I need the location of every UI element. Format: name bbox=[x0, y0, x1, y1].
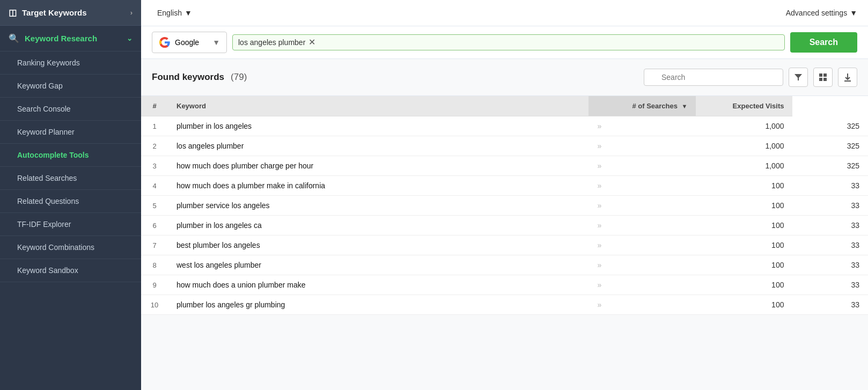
keywords-header-actions: 🔍 bbox=[644, 68, 857, 87]
row-arrows[interactable]: » bbox=[589, 196, 696, 216]
row-keyword: best plumber los angeles bbox=[168, 236, 589, 255]
table-row: 10 plumber los angeles gr plumbing » 100… bbox=[141, 295, 868, 315]
row-num: 5 bbox=[141, 196, 168, 216]
keywords-table: # Keyword # of Searches ▼ Expected Visit… bbox=[141, 96, 868, 315]
row-keyword: plumber in los angeles ca bbox=[168, 216, 589, 236]
table-row: 8 west los angeles plumber » 100 33 bbox=[141, 255, 868, 275]
sidebar-item-related-questions[interactable]: Related Questions bbox=[0, 190, 141, 213]
filter-search-input[interactable] bbox=[644, 69, 783, 86]
sidebar-item-search-console[interactable]: Search Console bbox=[0, 98, 141, 121]
chevron-down-icon: ⌄ bbox=[127, 34, 133, 42]
sidebar-item-keyword-planner[interactable]: Keyword Planner bbox=[0, 121, 141, 144]
col-visits: Expected Visits bbox=[696, 96, 792, 116]
sidebar-item-target-keywords[interactable]: ◫ Target Keywords › bbox=[0, 0, 141, 26]
sidebar-item-autocomplete-tools[interactable]: Autocomplete Tools bbox=[0, 144, 141, 167]
row-num: 9 bbox=[141, 275, 168, 295]
table-body: 1 plumber in los angeles » 1,000 325 2 l… bbox=[141, 116, 868, 315]
col-searches[interactable]: # of Searches ▼ bbox=[589, 96, 696, 116]
target-keywords-icon: ◫ bbox=[9, 8, 17, 18]
engine-label: Google bbox=[175, 38, 199, 47]
row-arrows[interactable]: » bbox=[589, 176, 696, 196]
row-num: 2 bbox=[141, 136, 168, 156]
engine-selector[interactable]: Google ▼ bbox=[152, 32, 227, 53]
content-area: Found keywords (79) 🔍 bbox=[141, 59, 868, 390]
row-searches: 100 bbox=[696, 275, 792, 295]
row-searches: 100 bbox=[696, 255, 792, 275]
row-num: 6 bbox=[141, 216, 168, 236]
row-visits: 33 bbox=[792, 236, 868, 255]
svg-marker-0 bbox=[795, 74, 802, 80]
row-arrows[interactable]: » bbox=[589, 216, 696, 236]
row-visits: 33 bbox=[792, 255, 868, 275]
filter-search-wrapper: 🔍 bbox=[644, 69, 783, 86]
row-keyword: plumber service los angeles bbox=[168, 196, 589, 216]
found-keywords-title: Found keywords bbox=[152, 72, 224, 83]
keywords-header: Found keywords (79) 🔍 bbox=[141, 59, 868, 96]
filter-icon-button[interactable] bbox=[789, 68, 808, 87]
row-searches: 100 bbox=[696, 176, 792, 196]
sidebar-item-keyword-research[interactable]: 🔍 Keyword Research ⌄ bbox=[0, 26, 141, 51]
found-keywords-count: (79) bbox=[231, 72, 247, 83]
row-keyword: west los angeles plumber bbox=[168, 255, 589, 275]
svg-rect-3 bbox=[819, 78, 822, 81]
grid-view-button[interactable] bbox=[813, 68, 833, 87]
keyword-tag-text: los angeles plumber bbox=[238, 38, 305, 47]
sidebar-item-tf-idf-explorer[interactable]: TF-IDF Explorer bbox=[0, 213, 141, 236]
language-selector[interactable]: English ▼ bbox=[152, 5, 197, 20]
row-arrows[interactable]: » bbox=[589, 275, 696, 295]
row-visits: 325 bbox=[792, 156, 868, 176]
row-searches: 1,000 bbox=[696, 116, 792, 136]
row-num: 10 bbox=[141, 295, 168, 315]
table-header: # Keyword # of Searches ▼ Expected Visit… bbox=[141, 96, 868, 116]
row-searches: 1,000 bbox=[696, 156, 792, 176]
row-searches: 100 bbox=[696, 236, 792, 255]
row-searches: 100 bbox=[696, 216, 792, 236]
row-keyword: how much does a union plumber make bbox=[168, 275, 589, 295]
row-keyword: plumber los angeles gr plumbing bbox=[168, 295, 589, 315]
row-visits: 33 bbox=[792, 196, 868, 216]
engine-chevron-icon: ▼ bbox=[212, 38, 220, 47]
keyword-input-wrapper[interactable]: los angeles plumber ✕ bbox=[232, 34, 785, 50]
svg-rect-4 bbox=[823, 78, 827, 81]
sidebar-keyword-research-label: Keyword Research bbox=[25, 34, 97, 43]
row-arrows[interactable]: » bbox=[589, 136, 696, 156]
table-row: 5 plumber service los angeles » 100 33 bbox=[141, 196, 868, 216]
advanced-settings-label: Advanced settings bbox=[786, 9, 847, 17]
download-icon bbox=[843, 73, 852, 82]
table-row: 9 how much does a union plumber make » 1… bbox=[141, 275, 868, 295]
main-content: English ▼ Advanced settings ▼ Google ▼ l… bbox=[141, 0, 868, 390]
row-num: 3 bbox=[141, 156, 168, 176]
row-visits: 33 bbox=[792, 295, 868, 315]
sidebar-item-ranking-keywords[interactable]: Ranking Keywords bbox=[0, 51, 141, 75]
row-arrows[interactable]: » bbox=[589, 156, 696, 176]
row-visits: 325 bbox=[792, 116, 868, 136]
download-button[interactable] bbox=[838, 68, 857, 87]
search-button[interactable]: Search bbox=[790, 32, 857, 53]
topbar: English ▼ Advanced settings ▼ bbox=[141, 0, 868, 26]
row-visits: 33 bbox=[792, 176, 868, 196]
table-row: 6 plumber in los angeles ca » 100 33 bbox=[141, 216, 868, 236]
sidebar: ◫ Target Keywords › 🔍 Keyword Research ⌄… bbox=[0, 0, 141, 390]
sidebar-item-keyword-combinations[interactable]: Keyword Combinations bbox=[0, 236, 141, 259]
row-num: 7 bbox=[141, 236, 168, 255]
row-arrows[interactable]: » bbox=[589, 295, 696, 315]
table-row: 2 los angeles plumber » 1,000 325 bbox=[141, 136, 868, 156]
row-keyword: plumber in los angeles bbox=[168, 116, 589, 136]
row-arrows[interactable]: » bbox=[589, 255, 696, 275]
sidebar-item-keyword-sandbox[interactable]: Keyword Sandbox bbox=[0, 259, 141, 282]
keyword-tag-close-button[interactable]: ✕ bbox=[308, 38, 315, 47]
col-keyword[interactable]: Keyword bbox=[168, 96, 589, 116]
row-searches: 100 bbox=[696, 196, 792, 216]
row-visits: 33 bbox=[792, 216, 868, 236]
svg-rect-2 bbox=[823, 73, 827, 77]
google-g-icon bbox=[159, 36, 171, 48]
sidebar-item-keyword-gap[interactable]: Keyword Gap bbox=[0, 75, 141, 98]
row-keyword: los angeles plumber bbox=[168, 136, 589, 156]
row-arrows[interactable]: » bbox=[589, 236, 696, 255]
row-num: 1 bbox=[141, 116, 168, 136]
sidebar-item-related-searches[interactable]: Related Searches bbox=[0, 167, 141, 190]
table-row: 7 best plumber los angeles » 100 33 bbox=[141, 236, 868, 255]
advanced-settings-button[interactable]: Advanced settings ▼ bbox=[786, 9, 857, 17]
row-arrows[interactable]: » bbox=[589, 116, 696, 136]
language-chevron-icon: ▼ bbox=[185, 9, 192, 17]
